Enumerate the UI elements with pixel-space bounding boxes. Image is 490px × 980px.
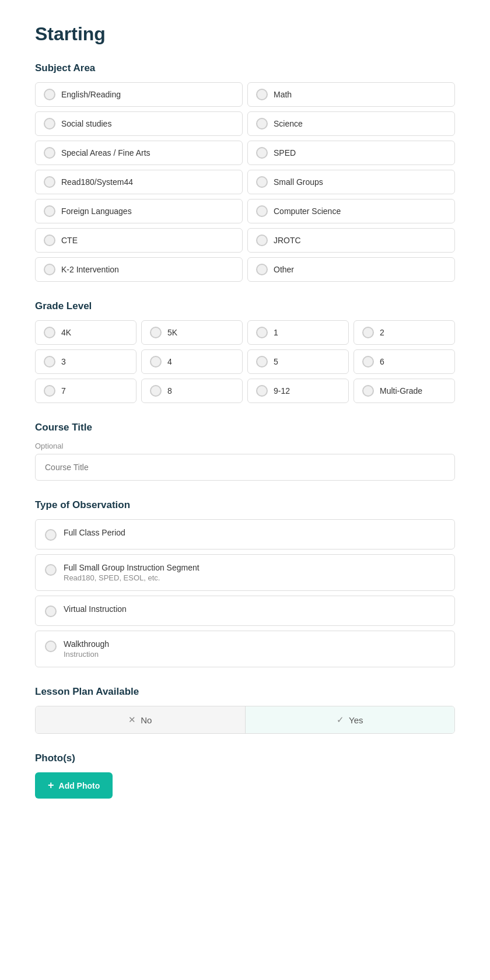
page-title: Starting [35,23,455,45]
subject-area-label: Subject Area [35,62,455,74]
grade-option-1[interactable]: 1 [247,320,349,345]
grade-option-3[interactable]: 3 [35,349,136,374]
observation-full-small-label: Full Small Group Instruction Segment [64,563,200,572]
course-title-section: Course Title Optional [35,422,455,481]
radio-circle-5 [256,356,268,368]
radio-circle-small-groups [256,176,268,188]
radio-circle-read180 [44,176,55,188]
radio-circle-4 [150,356,162,368]
observation-walkthrough-label: Walkthrough [64,639,109,649]
subject-area-grid: English/Reading Math Social studies Scie… [35,82,455,282]
subject-option-science[interactable]: Science [247,111,455,136]
radio-circle-7 [44,385,55,397]
grade-option-4[interactable]: 4 [141,349,243,374]
radio-circle-3 [44,356,55,368]
radio-circle-cs [256,205,268,217]
subject-option-other[interactable]: Other [247,257,455,282]
observation-type-section: Type of Observation Full Class Period Fu… [35,499,455,667]
add-photo-label: Add Photo [59,781,100,790]
observation-option-full-small[interactable]: Full Small Group Instruction Segment Rea… [35,554,455,591]
add-photo-button[interactable]: + Add Photo [35,772,113,799]
lesson-plan-no-button[interactable]: ✕ No [36,706,246,733]
radio-circle-special-arts [44,147,55,159]
grade-option-multi[interactable]: Multi-Grade [354,379,455,403]
course-title-input[interactable] [35,454,455,481]
yes-icon: ✓ [337,715,344,725]
subject-option-social-studies[interactable]: Social studies [35,111,243,136]
course-title-optional: Optional [35,442,455,450]
observation-option-walkthrough[interactable]: Walkthrough Instruction [35,631,455,667]
lesson-plan-label: Lesson Plan Available [35,686,455,698]
grade-option-5k[interactable]: 5K [141,320,243,345]
radio-circle-8 [150,385,162,397]
grade-option-7[interactable]: 7 [35,379,136,403]
observation-full-small-sub: Read180, SPED, ESOL, etc. [64,573,200,582]
radio-circle-sped [256,147,268,159]
radio-circle-912 [256,385,268,397]
grade-level-grid: 4K 5K 1 2 3 4 5 6 [35,320,455,403]
observation-option-full-class[interactable]: Full Class Period [35,519,455,550]
grade-option-5[interactable]: 5 [247,349,349,374]
subject-option-small-groups[interactable]: Small Groups [247,170,455,194]
radio-circle-foreign-lang [44,205,55,217]
subject-option-k2[interactable]: K-2 Intervention [35,257,243,282]
radio-circle-walkthrough [45,640,57,652]
observation-virtual-label: Virtual Instruction [64,604,127,614]
observation-full-class-label: Full Class Period [64,528,125,537]
radio-circle-5k [150,327,162,338]
subject-option-foreign-lang[interactable]: Foreign Languages [35,199,243,223]
grade-option-8[interactable]: 8 [141,379,243,403]
lesson-plan-section: Lesson Plan Available ✕ No ✓ Yes [35,686,455,734]
photos-label: Photo(s) [35,752,455,764]
radio-circle-jrotc [256,235,268,246]
radio-circle-k2 [44,264,55,275]
radio-circle-1 [256,327,268,338]
grade-level-label: Grade Level [35,300,455,312]
observation-type-label: Type of Observation [35,499,455,511]
subject-area-section: Subject Area English/Reading Math Social… [35,62,455,282]
grade-option-4k[interactable]: 4K [35,320,136,345]
radio-circle-2 [362,327,374,338]
radio-circle-virtual [45,606,57,617]
radio-circle-full-class [45,529,57,541]
subject-option-english[interactable]: English/Reading [35,82,243,107]
course-title-heading: Course Title [35,422,455,433]
radio-circle-science [256,118,268,130]
radio-circle-math [256,89,268,100]
subject-option-jrotc[interactable]: JROTC [247,228,455,253]
subject-option-math[interactable]: Math [247,82,455,107]
lesson-plan-yes-label: Yes [349,715,363,725]
subject-option-read180[interactable]: Read180/System44 [35,170,243,194]
observation-option-virtual[interactable]: Virtual Instruction [35,596,455,626]
radio-circle-other [256,264,268,275]
lesson-plan-toggle: ✕ No ✓ Yes [35,706,455,734]
photos-section: Photo(s) + Add Photo [35,752,455,799]
radio-circle-full-small [45,564,57,576]
radio-circle-multi [362,385,374,397]
radio-circle-english [44,89,55,100]
radio-circle-social-studies [44,118,55,130]
radio-circle-6 [362,356,374,368]
subject-option-cs[interactable]: Computer Science [247,199,455,223]
lesson-plan-no-label: No [141,715,152,725]
grade-option-912[interactable]: 9-12 [247,379,349,403]
radio-circle-cte [44,235,55,246]
subject-option-cte[interactable]: CTE [35,228,243,253]
radio-circle-4k [44,327,55,338]
subject-option-sped[interactable]: SPED [247,141,455,165]
grade-level-section: Grade Level 4K 5K 1 2 3 4 5 [35,300,455,403]
grade-option-2[interactable]: 2 [354,320,455,345]
observation-walkthrough-sub: Instruction [64,650,109,659]
lesson-plan-yes-button[interactable]: ✓ Yes [246,706,455,733]
subject-option-special-arts[interactable]: Special Areas / Fine Arts [35,141,243,165]
add-photo-plus-icon: + [48,779,54,792]
no-icon: ✕ [128,715,136,725]
grade-option-6[interactable]: 6 [354,349,455,374]
